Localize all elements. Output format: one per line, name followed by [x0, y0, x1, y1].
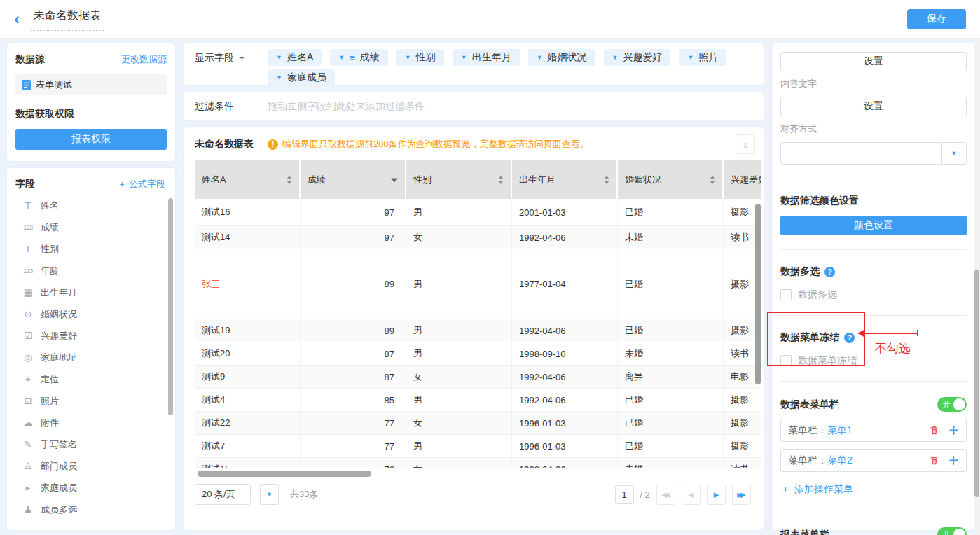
field-list-item[interactable]: ♟ 成员多选	[15, 499, 175, 520]
page-scrollbar-track[interactable]	[974, 39, 980, 535]
menu-item-name[interactable]: 菜单1	[827, 424, 853, 437]
sort-icon[interactable]	[287, 176, 292, 184]
report-permission-button[interactable]: 报表权限	[15, 129, 167, 150]
table-row[interactable]: 测试1989男1992-04-06已婚摄影	[195, 319, 761, 342]
freeze-menu-checkbox-row[interactable]: 数据菜单冻结	[780, 354, 967, 367]
table-row[interactable]: 测试2087男1998-09-10未婚读书	[195, 342, 761, 366]
menu-bar-item[interactable]: 菜单栏： 菜单2	[780, 449, 967, 472]
table-column-header[interactable]: 兴趣爱好	[724, 160, 761, 199]
chevron-down-icon[interactable]: ▼	[537, 54, 543, 61]
change-datasource-link[interactable]: 更改数据源	[121, 53, 167, 66]
field-list-item[interactable]: ⌖ 定位	[15, 368, 175, 390]
table-row[interactable]: 测试2277女1996-01-03已婚摄影	[195, 412, 761, 435]
field-list-item[interactable]: T 性别	[15, 238, 175, 260]
content-text-setting-button[interactable]: 设置	[780, 97, 967, 116]
field-list-item[interactable]: ⊡ 照片	[15, 390, 175, 412]
field-list-item[interactable]: ☑ 兴趣爱好	[15, 325, 175, 347]
table-vertical-scrollbar-thumb[interactable]	[755, 204, 761, 384]
chevron-down-icon[interactable]: ▼	[612, 54, 619, 61]
display-field-chip[interactable]: ▼ 出生年月	[453, 49, 520, 66]
add-display-field-icon[interactable]: ＋	[237, 52, 247, 63]
help-icon[interactable]: ?	[824, 267, 835, 277]
table-horizontal-scrollbar-thumb[interactable]	[198, 471, 371, 477]
table-column-header[interactable]: 姓名A	[195, 160, 301, 199]
page-scrollbar-thumb[interactable]	[974, 270, 979, 497]
menu-item-name[interactable]: 菜单2	[827, 454, 853, 467]
color-setting-button[interactable]: 颜色设置	[780, 216, 967, 235]
menu-bar-item[interactable]: 菜单栏： 菜单1	[780, 419, 967, 442]
table-column-header[interactable]: 出生年月	[512, 160, 618, 199]
table-row[interactable]: 测试485男1992-04-06已婚摄影	[195, 389, 761, 412]
header-text-setting-button[interactable]: 设置	[780, 52, 967, 71]
filter-label: 过滤条件	[195, 100, 268, 113]
table-cell: 女	[406, 458, 512, 468]
chevron-down-icon[interactable]: ▼	[405, 54, 411, 61]
filter-dropzone-placeholder[interactable]: 拖动左侧字段到此处来添加过滤条件	[268, 100, 425, 113]
datasource-item[interactable]: 表单测试	[15, 74, 167, 95]
field-list-item[interactable]: 123 成绩	[15, 216, 175, 238]
delete-icon[interactable]	[929, 425, 939, 436]
chevron-down-icon[interactable]: ▼	[276, 74, 282, 81]
field-list-item[interactable]: ✎ 手写签名	[15, 433, 175, 455]
page-title[interactable]: 未命名数据表	[31, 7, 104, 31]
move-icon[interactable]	[948, 455, 959, 466]
table-row[interactable]: 测试777男1996-01-03已婚摄影	[195, 435, 761, 458]
chevron-down-icon[interactable]: ▼	[687, 54, 693, 61]
help-icon[interactable]: ?	[844, 333, 855, 343]
table-column-header[interactable]: 婚姻状况	[618, 160, 724, 199]
move-icon[interactable]	[948, 425, 959, 436]
multi-select-checkbox-row[interactable]: 数据多选	[780, 289, 967, 301]
display-field-chip[interactable]: ▼ 照片	[679, 49, 726, 66]
display-field-chip[interactable]: ▼ 婚姻状况	[528, 49, 595, 66]
display-field-chip[interactable]: ▼ 性别	[396, 49, 444, 66]
last-page-button[interactable]: ▶▶	[732, 485, 751, 505]
chip-label: 家庭成员	[287, 71, 326, 84]
table-row[interactable]: 测试1497女1992-04-06未婚读书	[195, 226, 761, 249]
field-list-item[interactable]: ◎ 家庭地址	[15, 347, 175, 368]
sort-icon[interactable]	[604, 176, 609, 184]
sort-icon[interactable]	[498, 176, 504, 184]
align-select[interactable]: ▼	[780, 142, 967, 165]
first-page-button[interactable]: ◀◀	[656, 485, 675, 505]
save-button[interactable]: 保存	[907, 9, 966, 29]
next-page-button[interactable]: ▶	[707, 485, 726, 505]
sort-desc-icon[interactable]	[391, 178, 398, 182]
field-list-item[interactable]: ▦ 出生年月	[15, 282, 175, 303]
page-size-select[interactable]: 20 条/页	[195, 484, 251, 505]
field-list-item[interactable]: ▸ 家庭成员	[15, 477, 175, 499]
display-field-chip[interactable]: ▼ 兴趣爱好	[604, 49, 671, 66]
display-field-chip[interactable]: ▼ ≡ 成绩	[330, 49, 388, 66]
table-cell: 77	[301, 412, 406, 435]
multi-select-checkbox[interactable]	[780, 289, 792, 300]
table-row[interactable]: 测试1697男2001-01-03已婚摄影	[195, 199, 761, 226]
chevron-down-icon[interactable]: ▼	[338, 54, 345, 61]
page-size-caret-icon[interactable]: ▼	[260, 484, 279, 505]
chevron-down-icon[interactable]: ▼	[461, 54, 467, 61]
fields-scrollbar-thumb[interactable]	[168, 198, 173, 415]
add-action-menu-link[interactable]: ＋添加操作菜单	[780, 483, 853, 496]
add-formula-field-link[interactable]: ＋ 公式字段	[117, 178, 165, 190]
report-menu-toggle[interactable]: 开	[937, 527, 967, 535]
table-column-header[interactable]: 成绩	[301, 160, 406, 199]
field-list-item[interactable]: ♙ 部门成员	[15, 455, 175, 477]
field-list-item[interactable]: ⊙ 婚姻状况	[15, 303, 175, 325]
display-field-chip[interactable]: ▼ 姓名A	[268, 49, 322, 66]
field-list-item[interactable]: ☁ 附件	[15, 412, 175, 433]
table-row[interactable]: 测试1576女1992-04-06未婚读书	[195, 458, 761, 468]
table-row[interactable]: 张三89男1977-01-04已婚摄影	[195, 249, 761, 319]
table-menu-toggle[interactable]: 开	[937, 397, 967, 412]
table-column-header[interactable]: 性别	[406, 160, 512, 199]
freeze-menu-checkbox[interactable]	[780, 355, 792, 366]
field-list-item[interactable]: T 姓名	[15, 195, 175, 216]
chevron-down-icon[interactable]: ▼	[276, 54, 282, 61]
delete-icon[interactable]	[929, 455, 939, 466]
sort-order-icon[interactable]: ↑↓	[736, 134, 755, 154]
table-row[interactable]: 测试987女1992-04-06离异电影	[195, 366, 761, 389]
page-number-input[interactable]: 1	[615, 485, 634, 504]
chip-label: 性别	[416, 51, 436, 64]
back-icon[interactable]: ‹	[14, 12, 20, 26]
sort-icon[interactable]	[710, 176, 715, 184]
prev-page-button[interactable]: ◀	[682, 485, 701, 505]
field-list-item[interactable]: 123 年龄	[15, 260, 175, 282]
display-field-chip[interactable]: ▼ 家庭成员	[268, 69, 335, 86]
